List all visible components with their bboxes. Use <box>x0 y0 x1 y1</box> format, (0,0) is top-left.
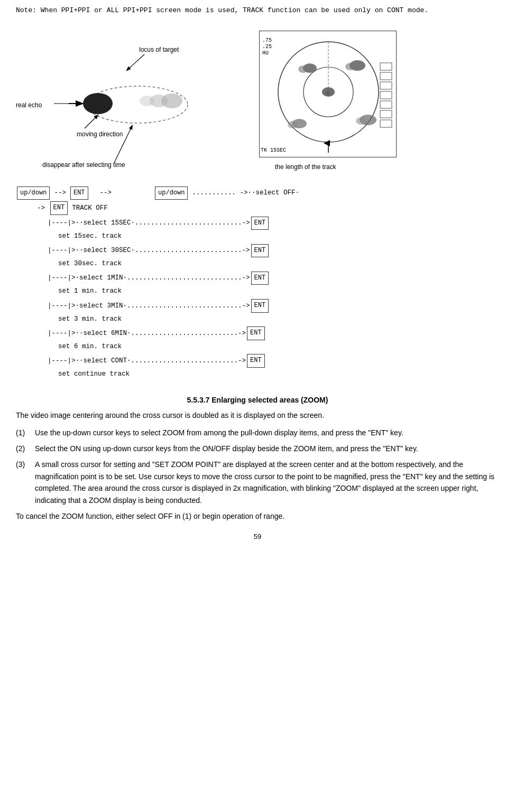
list-item-1: (1) Use the up-down cursor keys to selec… <box>16 427 499 438</box>
command-section: up/down --> ENT --> up/down ........... … <box>16 186 499 380</box>
svg-point-23 <box>356 117 366 125</box>
pipe-1min: |----|>·select 1MIN·....................… <box>48 272 250 284</box>
svg-point-21 <box>288 121 297 128</box>
list-container: (1) Use the up-down cursor keys to selec… <box>16 427 499 506</box>
track-off-label: TRACK OFF <box>72 202 108 214</box>
list-num-3: (3) <box>16 459 31 506</box>
svg-point-18 <box>345 63 356 70</box>
svg-rect-25 <box>380 72 392 80</box>
desc-3min: set 3 min. track <box>58 313 499 325</box>
left-diagram-svg: locus of target moving direction real ec… <box>16 25 243 176</box>
arrow-3: -> <box>37 202 49 214</box>
cmd-rows: |----|>··select 15SEC·..................… <box>48 217 499 380</box>
desc-cont: set continue track <box>58 368 499 380</box>
pipe-6min: |----|>··select 6MIN·...................… <box>48 328 246 340</box>
cmd-dots-1: ........... ->··select OFF· <box>192 187 299 199</box>
svg-rect-24 <box>380 63 392 70</box>
right-diagram: .75 .25 HU + <box>259 25 428 168</box>
svg-point-16 <box>298 66 308 73</box>
radar-box: .75 .25 HU + <box>259 31 397 157</box>
pipe-15sec: |----|>··select 15SEC·..................… <box>48 217 250 229</box>
svg-rect-28 <box>380 101 392 108</box>
intro-text: The video image centering around the cro… <box>16 409 499 421</box>
ent-cont[interactable]: ENT <box>247 354 265 368</box>
pipe-30sec: |----|>··select 30SEC·..................… <box>48 245 250 257</box>
cancel-text: To cancel the ZOOM function, either sele… <box>16 510 499 522</box>
list-item-3: (3) A small cross cursor for setting and… <box>16 459 499 506</box>
section-heading: 5.5.3.7 Enlarging selected areas (ZOOM) <box>16 396 499 404</box>
page-number: 59 <box>16 533 499 540</box>
svg-rect-30 <box>380 120 392 127</box>
cmd-row-cont: |----|>··select CONT·...................… <box>48 354 499 368</box>
cmd-line-2: -> ENT TRACK OFF <box>37 201 499 215</box>
tk-label: TK 15SEC <box>261 147 286 153</box>
desc-30sec: set 30sec. track <box>58 258 499 270</box>
disappear-label: disappear after selecting time <box>42 161 125 169</box>
desc-15sec: set 15sec. track <box>58 230 499 242</box>
svg-line-1 <box>85 115 98 128</box>
svg-point-8 <box>83 93 113 114</box>
updown-btn-2[interactable]: up/down <box>155 186 188 200</box>
ent-15sec[interactable]: ENT <box>251 217 269 230</box>
svg-rect-26 <box>380 82 392 89</box>
radar-svg: .75 .25 HU + <box>260 31 397 158</box>
note-text: Note: When PPI+PPI or ALL PPI+PPI screen… <box>16 6 428 14</box>
locus-label: locus of target <box>139 46 179 53</box>
list-text-3: A small cross cursor for setting and "SE… <box>35 459 499 506</box>
ent-30sec[interactable]: ENT <box>251 244 269 258</box>
cmd-row-30sec: |----|>··select 30SEC·..................… <box>48 244 499 258</box>
track-length-label: the length of the track <box>275 163 336 171</box>
desc-1min: set 1 min. track <box>58 285 499 297</box>
pipe-3min: |----|>·select 3MIN·....................… <box>48 300 250 312</box>
cmd-line-1: up/down --> ENT --> up/down ........... … <box>16 186 499 200</box>
arrow-1: --> <box>54 187 66 199</box>
section-553: 5.5.3.7 Enlarging selected areas (ZOOM) … <box>16 396 499 522</box>
list-num-2: (2) <box>16 443 31 454</box>
cmd-row-15sec: |----|>··select 15SEC·..................… <box>48 217 499 230</box>
desc-6min: set 6 min. track <box>58 341 499 353</box>
cmd-row-1min: |----|>·select 1MIN·....................… <box>48 272 499 285</box>
cmd-row-6min: |----|>··select 6MIN·...................… <box>48 326 499 340</box>
list-num-1: (1) <box>16 427 31 438</box>
list-text-2: Select the ON using up-down cursor keys … <box>35 443 418 454</box>
scale-label-3: HU <box>262 50 269 56</box>
svg-point-19 <box>322 87 335 97</box>
scale-label-2: .25 <box>262 44 272 50</box>
real-echo-label: real echo <box>16 101 42 109</box>
note-block: Note: When PPI+PPI or ALL PPI+PPI screen… <box>16 5 499 16</box>
arrow-2: --> <box>100 187 112 199</box>
ent-6min[interactable]: ENT <box>247 326 265 340</box>
svg-rect-27 <box>380 91 392 99</box>
pipe-cont: |----|>··select CONT·...................… <box>48 355 246 367</box>
ent-btn-2[interactable]: ENT <box>50 201 68 215</box>
ent-3min[interactable]: ENT <box>251 299 269 313</box>
updown-btn-1[interactable]: up/down <box>17 186 50 200</box>
list-item-2: (2) Select the ON using up-down cursor k… <box>16 443 499 454</box>
list-text-1: Use the up-down cursor keys to select ZO… <box>35 427 403 438</box>
svg-point-7 <box>140 96 154 106</box>
svg-line-0 <box>127 54 144 70</box>
diagram-row: locus of target moving direction real ec… <box>16 25 499 179</box>
left-diagram: locus of target moving direction real ec… <box>16 25 243 179</box>
moving-label: moving direction <box>77 130 123 138</box>
svg-rect-29 <box>380 110 392 118</box>
scale-label-1: .75 <box>262 38 272 43</box>
ent-btn-1[interactable]: ENT <box>70 186 88 200</box>
ent-1min[interactable]: ENT <box>251 272 269 285</box>
cmd-row-3min: |----|>·select 3MIN·....................… <box>48 299 499 313</box>
